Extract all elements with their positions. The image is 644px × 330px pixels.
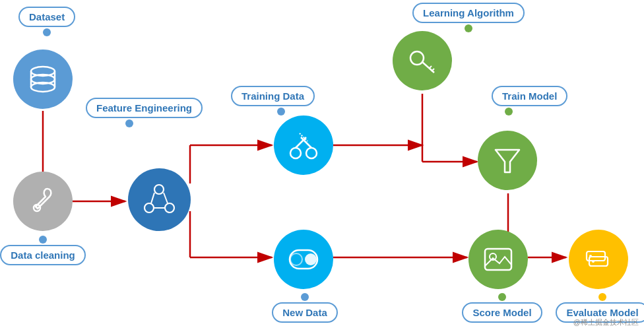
svg-point-22 <box>165 203 174 213</box>
svg-point-32 <box>305 253 317 265</box>
newdata-circle <box>274 230 333 289</box>
scoremodel-circle <box>468 230 528 289</box>
featureeng-dot <box>125 119 133 127</box>
scoremodel-circle-wrapper <box>468 230 528 289</box>
scissors-icon <box>286 128 321 162</box>
evaluatemodel-dot <box>598 293 606 301</box>
funnel-icon <box>490 143 525 178</box>
learningalgo-circle <box>393 31 452 90</box>
evaluatemodel-circle <box>569 230 628 289</box>
learningalgo-dot <box>465 24 472 32</box>
database-icon <box>26 63 59 96</box>
svg-point-34 <box>410 51 424 65</box>
dataset-dot <box>43 28 51 36</box>
svg-line-36 <box>429 66 432 69</box>
svg-point-26 <box>290 148 301 158</box>
trainmodel-circle <box>478 131 537 190</box>
dataset-label: Dataset <box>18 7 75 27</box>
learningalgo-label: Learning Algorithm <box>412 3 525 23</box>
svg-point-43 <box>592 260 595 263</box>
svg-line-29 <box>301 137 311 148</box>
svg-line-28 <box>296 137 306 148</box>
svg-line-23 <box>151 193 154 203</box>
scoremodel-label: Score Model <box>462 302 542 323</box>
trainingdata-circle <box>274 116 333 175</box>
key-icon <box>405 44 439 78</box>
scoremodel-dot <box>498 293 506 301</box>
svg-point-39 <box>490 253 496 260</box>
newdata-node: New Data <box>255 292 354 323</box>
datacleaning-circle-wrapper <box>13 172 73 231</box>
trainingdata-label: Training Data <box>231 86 315 106</box>
svg-line-24 <box>164 193 168 203</box>
trainmodel-label: Train Model <box>492 86 567 106</box>
dataset-circle-wrapper <box>13 50 73 109</box>
newdata-circle-wrapper <box>274 230 333 289</box>
trainmodel-dot <box>505 108 513 116</box>
svg-point-27 <box>306 148 317 158</box>
learningalgo-node: Learning Algorithm <box>396 3 541 34</box>
featureeng-circle-wrapper <box>128 168 191 231</box>
featureeng-circle <box>128 168 191 231</box>
diagram-container: Dataset Data cleaning Feature Engineeri <box>0 0 644 330</box>
datacleaning-dot <box>39 236 47 244</box>
datacleaning-circle <box>13 172 73 231</box>
datacleaning-node: Data cleaning <box>0 234 86 265</box>
trainingdata-node: Training Data <box>231 86 330 117</box>
newdata-dot <box>301 293 309 301</box>
featureeng-label: Feature Engineering <box>86 98 203 118</box>
svg-point-42 <box>589 255 592 257</box>
dataset-node: Dataset <box>18 7 75 38</box>
image-icon <box>481 242 515 277</box>
trainingdata-dot <box>277 108 285 116</box>
scoremodel-node: Score Model <box>453 292 552 323</box>
svg-point-21 <box>145 203 154 213</box>
watermark: @稀土掘金技术社区 <box>573 317 639 327</box>
svg-point-33 <box>290 253 302 265</box>
learningalgo-circle-wrapper <box>393 31 452 90</box>
network-icon <box>141 182 177 218</box>
newdata-label: New Data <box>272 302 338 323</box>
toggle-icon <box>286 242 321 277</box>
trainmodel-circle-wrapper <box>478 131 537 190</box>
wrench-icon <box>26 185 59 218</box>
datacleaning-label: Data cleaning <box>0 245 86 265</box>
svg-line-37 <box>432 69 434 71</box>
trainmodel-node: Train Model <box>492 86 591 117</box>
dataset-circle <box>13 50 73 109</box>
evaluatemodel-circle-wrapper <box>569 230 628 289</box>
featureeng-node: Feature Engineering <box>86 98 218 129</box>
trainingdata-circle-wrapper <box>274 116 333 175</box>
tags-icon <box>581 242 616 277</box>
svg-point-20 <box>154 185 164 194</box>
